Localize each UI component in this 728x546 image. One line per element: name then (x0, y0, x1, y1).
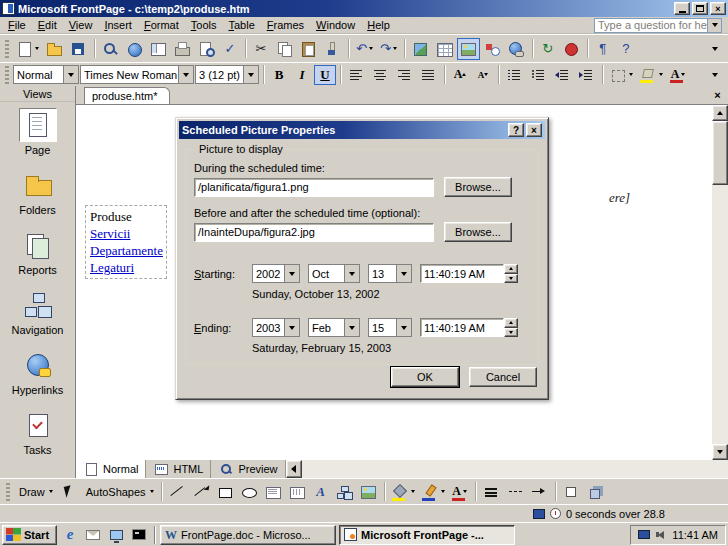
chevron-down-icon[interactable] (63, 66, 78, 83)
menu-table[interactable]: Table (222, 18, 260, 32)
chevron-down-icon[interactable] (344, 319, 359, 336)
line-button[interactable] (166, 481, 189, 503)
font-combobox[interactable]: Times New Roman (80, 65, 194, 84)
chevron-down-icon[interactable] (284, 265, 299, 282)
align-center-button[interactable] (369, 65, 392, 85)
chevron-down-icon[interactable] (178, 66, 193, 83)
shadow-style-button[interactable] (560, 481, 583, 503)
open-button[interactable] (43, 38, 66, 60)
quick-launch-internet-explorer[interactable]: e (60, 525, 80, 545)
search-button[interactable] (99, 38, 122, 60)
vertical-text-box-button[interactable] (286, 481, 309, 503)
task-button-frontpage[interactable]: Microsoft FrontPage -... (339, 525, 515, 545)
clip-art-button[interactable] (357, 481, 380, 503)
close-page-button[interactable]: × (710, 88, 725, 102)
paste-button[interactable] (297, 38, 320, 60)
view-item-navigation[interactable]: Navigation (0, 282, 75, 342)
end-month-select[interactable]: Feb (308, 318, 360, 337)
tab-scroll-left-button[interactable] (286, 460, 302, 478)
dialog-title-bar[interactable]: Scheduled Picture Properties ? × (179, 121, 545, 139)
view-tab-preview[interactable]: Preview (211, 460, 285, 478)
highlight-button[interactable] (637, 65, 666, 85)
cut-button[interactable]: ✂ (250, 38, 272, 60)
view-item-hyperlinks[interactable]: Hyperlinks (0, 342, 75, 402)
menu-insert[interactable]: Insert (98, 18, 138, 32)
publish-web-button[interactable] (123, 38, 146, 60)
menu-tools[interactable]: Tools (185, 18, 223, 32)
help-button[interactable]: ? (615, 38, 637, 60)
cancel-button[interactable]: Cancel (469, 367, 537, 387)
toolbar-grip[interactable] (6, 483, 10, 501)
spin-down-button[interactable] (504, 274, 518, 284)
bold-button[interactable]: B (268, 65, 290, 85)
copy-button[interactable] (273, 38, 296, 60)
spin-up-button[interactable] (504, 264, 518, 274)
editor-link-departamente[interactable]: Departamente (90, 242, 162, 259)
select-objects-button[interactable] (57, 481, 80, 503)
align-left-button[interactable] (345, 65, 368, 85)
redo-button[interactable]: ↷ (377, 38, 400, 60)
start-year-select[interactable]: 2002 (252, 264, 300, 283)
format-painter-button[interactable] (321, 38, 344, 60)
task-button-word-document[interactable]: W FrontPage.doc - Microso... (160, 525, 336, 545)
toolbar-grip[interactable] (5, 40, 9, 58)
insert-table-button[interactable] (433, 38, 456, 60)
decrease-indent-button[interactable] (551, 65, 574, 85)
scrollbar-thumb[interactable] (712, 121, 728, 185)
menu-frames[interactable]: Frames (261, 18, 310, 32)
word-art-button[interactable]: A (310, 481, 332, 503)
before-after-input[interactable]: /InainteDupa/figura2.jpg (194, 223, 434, 242)
editor-text-produse[interactable]: Produse (90, 208, 162, 225)
spin-up-button[interactable] (504, 318, 518, 328)
numbering-button[interactable] (503, 65, 526, 85)
font-color-button[interactable]: A (449, 481, 471, 503)
toolbar-options-button[interactable] (704, 38, 726, 60)
borders-button[interactable] (607, 65, 636, 85)
justify-button[interactable] (417, 65, 440, 85)
undo-button[interactable]: ↶ (353, 38, 376, 60)
chevron-down-icon[interactable] (284, 319, 299, 336)
view-tab-normal[interactable]: Normal (76, 460, 146, 478)
view-tab-html[interactable]: HTML (146, 460, 211, 478)
editor-link-servicii[interactable]: Servicii (90, 225, 162, 242)
insert-picture-button[interactable] (457, 38, 480, 60)
editor-link-legaturi[interactable]: Legaturi (90, 259, 162, 276)
web-component-button[interactable] (409, 38, 432, 60)
fill-color-button[interactable] (389, 481, 418, 503)
volume-tray-icon[interactable] (655, 529, 667, 540)
new-page-button[interactable] (13, 38, 42, 60)
arrow-button[interactable] (190, 481, 213, 503)
horizontal-scrollbar-track[interactable] (302, 460, 728, 478)
start-button[interactable]: Start (2, 525, 57, 545)
browse-during-button[interactable]: Browse... (444, 177, 512, 197)
italic-button[interactable]: I (291, 65, 313, 85)
page-tab[interactable]: produse.htm* (84, 87, 170, 104)
menu-window[interactable]: Window (310, 18, 361, 32)
draw-menu-button[interactable]: Draw (14, 481, 56, 503)
chevron-down-icon[interactable] (344, 265, 359, 282)
maximize-button[interactable] (692, 2, 708, 15)
end-time-input[interactable]: 11:40:19 AM (420, 318, 504, 337)
view-item-reports[interactable]: Reports (0, 222, 75, 282)
question-for-help-box[interactable]: Type a question for help (594, 18, 722, 33)
chevron-down-icon[interactable] (243, 66, 258, 83)
minimize-button[interactable] (674, 2, 690, 15)
stop-button[interactable] (560, 38, 583, 60)
insert-hyperlink-button[interactable] (505, 38, 528, 60)
threed-style-button[interactable] (584, 481, 607, 503)
view-item-folders[interactable]: Folders (0, 162, 75, 222)
drawing-button[interactable] (481, 38, 504, 60)
toggle-pane-button[interactable] (147, 38, 170, 60)
diagram-button[interactable] (333, 481, 356, 503)
menu-edit[interactable]: Edit (32, 18, 63, 32)
chevron-down-icon[interactable] (396, 319, 411, 336)
quick-launch-show-desktop[interactable] (106, 525, 126, 545)
style-combobox[interactable]: Normal (13, 65, 79, 84)
line-color-button[interactable] (419, 481, 448, 503)
menu-view[interactable]: View (63, 18, 99, 32)
vertical-scrollbar[interactable] (712, 105, 728, 460)
oval-button[interactable] (238, 481, 261, 503)
text-box-button[interactable] (262, 481, 285, 503)
network-tray-icon[interactable] (638, 530, 650, 539)
menu-help[interactable]: Help (361, 18, 396, 32)
